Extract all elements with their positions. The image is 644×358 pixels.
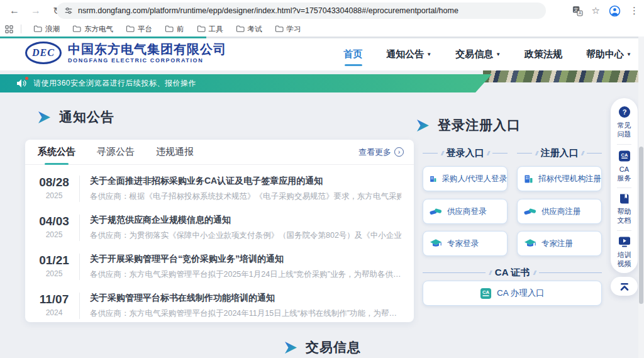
notice-date: 04/03 2025 [35,215,73,239]
translate-icon[interactable]: 文 A [572,6,583,16]
rail-item-help-docs[interactable]: 帮助文档 [611,193,638,225]
handshake-icon [524,207,536,216]
rail-item-faq[interactable]: ? 常见问题 [611,106,638,139]
bookmark-folder[interactable]: 浪潮 [29,23,64,35]
section-title: 交易信息 [306,338,361,356]
folder-icon [197,25,206,33]
section-title: 登录注册入口 [438,116,521,134]
ca-badge-icon: CA [480,288,492,299]
expert-login-button[interactable]: 专家登录 [423,231,508,256]
site-header: DEC 中国东方电气集团有限公司 DONGFANG ELECTRIC CORPO… [0,38,644,70]
bookmark-label: 工具 [209,25,223,34]
expert-register-button[interactable]: 专家注册 [517,231,602,256]
browser-toolbar: ← → ↻ nsrm.dongfang.com/platform/runtime… [0,0,644,21]
view-more-link[interactable]: 查看更多 › [358,147,404,158]
ca-apply-button[interactable]: CA CA 办理入口 [423,281,602,306]
tab-violation-reports[interactable]: 违规通报 [156,140,194,165]
ca-icon: CA [618,150,631,162]
question-icon: ? [618,106,631,118]
graduation-cap-icon [430,238,442,249]
folder-icon [165,25,174,33]
graduation-cap-icon [524,238,536,249]
menu-dots-icon[interactable]: ⋮ [630,5,639,16]
nav-item-policies[interactable]: 政策法规 [525,48,562,60]
folder-icon [33,25,42,33]
notice-date: 11/07 2024 [35,293,73,317]
section-arrow-icon [416,120,430,131]
notices-card: 系统公告 寻源公告 违规通报 查看更多 › 08/28 2025 关于全面推进非… [25,140,414,322]
section-title: 通知公告 [59,108,114,126]
tab-system-notices[interactable]: 系统公告 [38,140,75,165]
video-icon [618,236,631,248]
scrollbar-thumb[interactable] [639,147,643,304]
chevron-down-icon: ▼ [496,52,501,57]
building-icon [430,174,437,184]
nav-item-help-center[interactable]: 帮助中心▼ [586,48,631,60]
login-group-header: // 登录入口 // [423,147,508,159]
notice-row[interactable]: 08/28 2025 关于全面推进非招标采购业务CA认证及电子签章应用的通知 各… [35,170,401,209]
collapse-to-top-button[interactable] [611,277,638,296]
notice-desc: 各供应商：根据《电子招标投标系统技术规范》《电子采购交易规范》要求，东方电气采购… [90,191,401,202]
speaker-icon [16,79,27,88]
company-name-en: DONGFANG ELECTRIC CORPORATION [68,57,226,64]
company-logo[interactable]: DEC 中国东方电气集团有限公司 DONGFANG ELECTRIC CORPO… [25,42,226,64]
purchaser-login-button[interactable]: 采购人/代理人登录 [423,166,508,191]
nav-item-home[interactable]: 首页 [343,48,362,60]
folder-icon [275,25,284,33]
profile-icon[interactable] [609,5,621,17]
register-group-header: // 注册入口 // [517,147,602,159]
svg-text:?: ? [622,108,626,116]
notice-title[interactable]: 关于采购管理平台标书在线制作功能培训的通知 [90,293,397,304]
notices-section-header: 通知公告 [38,108,114,126]
notice-tabs: 系统公告 寻源公告 违规通报 查看更多 › [25,140,414,165]
bookmarks-bar: 浪潮 东方电气 平台 前 工具 考试 学习 [0,21,644,36]
bookmark-folder[interactable]: 考试 [231,23,267,35]
announcement-ticker: 请使用360安全浏览器进行后续投标、报价操作 [0,74,492,92]
section-arrow-icon [38,111,51,123]
svg-text:A: A [578,11,581,15]
bookmark-folder[interactable]: 学习 [270,23,306,35]
bookmark-folder[interactable]: 平台 [121,23,157,35]
bookmark-label: 浪潮 [45,25,60,34]
notice-desc: 各供应商：东方电气采购管理平台拟于2025年1月24日上线“竞价采购”业务，为帮… [90,269,401,280]
address-bar[interactable]: nsrm.dongfang.com/platform/runtime/epp/d… [57,3,546,19]
bookmark-folder[interactable]: 工具 [192,23,228,35]
forward-icon[interactable]: → [28,3,44,19]
bookmark-folder[interactable]: 东方电气 [68,23,118,35]
ca-group-header: // CA 证书 // [423,267,602,279]
notice-date: 08/28 2025 [35,176,73,200]
bookmark-label: 学习 [287,25,301,34]
site-info-icon[interactable] [64,6,73,15]
notice-title[interactable]: 关于全面推进非招标采购业务CA认证及电子签章应用的通知 [90,176,401,187]
section-arrow-icon [284,342,297,354]
notice-row[interactable]: 11/07 2024 关于采购管理平台标书在线制作功能培训的通知 各供应商：东方… [35,287,401,326]
notice-row[interactable]: 01/21 2025 关于开展采购管理平台“竞价采购业务”培训的通知 各供应商：… [35,248,401,287]
bookmark-star-icon[interactable]: ☆ [592,5,600,16]
agency-register-button[interactable]: 招标代理机构注册 [517,166,602,191]
login-section-header: 登录注册入口 [416,116,521,134]
notice-title[interactable]: 关于规范供应商企业规模信息的通知 [90,215,401,226]
bookmark-label: 前 [177,25,184,34]
notice-title[interactable]: 关于开展采购管理平台“竞价采购业务”培训的通知 [90,254,401,265]
notice-date: 01/21 2025 [35,254,73,278]
chevron-down-icon: ▼ [626,52,631,57]
bookmark-folder[interactable]: 前 [160,23,189,35]
bookmark-label: 考试 [248,25,262,34]
svg-text:CA: CA [482,289,489,294]
apps-grid-icon[interactable] [5,25,13,33]
supplier-register-button[interactable]: 供应商注册 [517,199,602,224]
chevron-down-icon: ▼ [426,52,431,57]
nav-item-trade-info[interactable]: 交易信息▼ [455,48,501,60]
rail-item-ca-service[interactable]: CA CA服务 [611,150,638,183]
trade-section-header: 交易信息 [284,338,361,356]
supplier-login-button[interactable]: 供应商登录 [423,199,508,224]
notice-row[interactable]: 04/03 2025 关于规范供应商企业规模信息的通知 各供应商：为贯彻落实《保… [35,209,401,248]
back-icon[interactable]: ← [6,3,23,19]
folder-icon [236,25,245,33]
ticker-text: 请使用360安全浏览器进行后续投标、报价操作 [33,78,196,89]
alert-dot [25,77,28,80]
nav-item-notices[interactable]: 通知公告▼ [386,48,431,60]
tab-sourcing-notices[interactable]: 寻源公告 [97,140,135,165]
rail-item-training-videos[interactable]: 培训视频 [611,236,638,269]
collapse-up-icon [619,282,630,291]
